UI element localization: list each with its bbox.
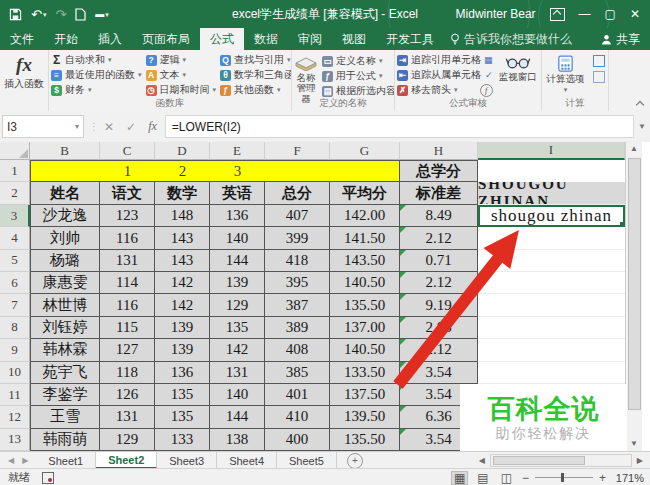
button-financial[interactable]: $财务▾	[51, 83, 142, 97]
vertical-scrollbar[interactable]: ▲ ▼	[625, 142, 642, 451]
vertical-scroll-thumb[interactable]	[628, 158, 641, 410]
column-header-C[interactable]: C	[100, 142, 155, 160]
cell-B3-name[interactable]: 沙龙逸	[30, 205, 100, 227]
cell-H6-stdev[interactable]: 2.12	[400, 272, 478, 294]
cell-B6-name[interactable]: 康惠雯	[30, 272, 100, 294]
cell-C13-chinese[interactable]: 129	[100, 429, 155, 451]
column-header-H[interactable]: H	[400, 142, 478, 160]
row-header-13[interactable]: 13	[0, 429, 30, 451]
minimize-button[interactable]: —	[579, 8, 591, 20]
banner-cell[interactable]	[30, 160, 100, 182]
zoom-slider[interactable]	[535, 477, 593, 478]
cell-G5-average[interactable]: 143.50	[330, 250, 400, 272]
cell-H10-stdev[interactable]: 3.54	[400, 362, 478, 384]
cell-I2[interactable]: SHOUGOU ZHINAN	[478, 182, 625, 205]
share-button[interactable]: 共享	[601, 28, 650, 50]
save-icon[interactable]	[9, 8, 22, 21]
row-header-5[interactable]: 5	[0, 250, 30, 272]
cell-D12-math[interactable]: 135	[155, 406, 210, 428]
cell-I1[interactable]	[478, 160, 625, 182]
sheet-tab-sheet3[interactable]: Sheet3	[157, 452, 217, 469]
calculation-options-button[interactable]: 计算选项 ▾	[544, 53, 588, 96]
ribbon-tab-data[interactable]: 数据	[244, 28, 288, 50]
cell-B8-name[interactable]: 刘钰婷	[30, 317, 100, 339]
cell-C12-chinese[interactable]: 131	[100, 406, 155, 428]
button-more-functions[interactable]: ƒ其他函数▾	[220, 83, 292, 97]
cell-G11-average[interactable]: 137.50	[330, 384, 400, 406]
watch-window-button[interactable]: 监视窗口	[495, 53, 541, 84]
row-header-9[interactable]: 9	[0, 339, 30, 361]
select-all-corner[interactable]	[0, 142, 30, 160]
cell-C10-chinese[interactable]: 118	[100, 362, 155, 384]
button-lookup-reference[interactable]: Q查找与引用▾	[220, 53, 292, 67]
cell-I10[interactable]	[478, 362, 625, 384]
active-cell-I3[interactable]: shougou zhinan	[478, 205, 625, 227]
row-header-7[interactable]: 7	[0, 294, 30, 316]
row-header-4[interactable]: 4	[0, 227, 30, 249]
close-button[interactable]: ✕	[630, 8, 640, 20]
ribbon-tab-view[interactable]: 视图	[332, 28, 376, 50]
cell-D4-math[interactable]: 143	[155, 227, 210, 249]
sheet-nav-right-icon[interactable]: ▶	[22, 456, 28, 465]
ribbon-tab-review[interactable]: 审阅	[288, 28, 332, 50]
cell-G8-average[interactable]: 137.00	[330, 317, 400, 339]
ribbon-display-options-icon[interactable]	[550, 8, 565, 21]
ribbon-tab-home[interactable]: 开始	[44, 28, 88, 50]
scroll-down-icon[interactable]: ▼	[626, 437, 642, 451]
cell-C4-chinese[interactable]: 116	[100, 227, 155, 249]
scroll-right-icon[interactable]: ▶	[634, 456, 646, 465]
header-cell-total[interactable]: 总分	[265, 182, 330, 205]
calculate-now-icon[interactable]	[593, 55, 605, 67]
cell-B12-name[interactable]: 王雪	[30, 406, 100, 428]
cell-H2[interactable]: 标准差	[400, 182, 478, 205]
cell-B11-name[interactable]: 李鉴学	[30, 384, 100, 406]
cell-F10-total[interactable]: 385	[265, 362, 330, 384]
cell-B13-name[interactable]: 韩雨萌	[30, 429, 100, 451]
cell-E8-english[interactable]: 135	[210, 317, 265, 339]
normal-view-icon[interactable]: ▦	[452, 472, 467, 484]
cell-I8[interactable]	[478, 317, 625, 339]
customize-qat-icon[interactable]: ▬▾	[95, 10, 109, 19]
cell-C7-chinese[interactable]: 116	[100, 294, 155, 316]
banner-cell[interactable]: 1	[100, 160, 155, 182]
sheet-tab-sheet5[interactable]: Sheet5	[277, 452, 337, 469]
user-name[interactable]: Midwinter Bear	[456, 7, 536, 21]
ribbon-tab-file[interactable]: 文件	[0, 28, 44, 50]
cell-E9-english[interactable]: 142	[210, 339, 265, 361]
tell-me-box[interactable]: 告诉我你想要做什么	[450, 28, 572, 50]
cell-G7-average[interactable]: 135.50	[330, 294, 400, 316]
cell-D5-math[interactable]: 143	[155, 250, 210, 272]
cell-C8-chinese[interactable]: 115	[100, 317, 155, 339]
evaluate-formula-icon[interactable]: f	[480, 84, 493, 97]
cell-E5-english[interactable]: 144	[210, 250, 265, 272]
cell-G3-average[interactable]: 142.00	[330, 205, 400, 227]
record-macro-icon[interactable]	[42, 472, 54, 484]
row-header-10[interactable]: 10	[0, 362, 30, 384]
header-cell-name[interactable]: 姓名	[30, 182, 100, 205]
button-text[interactable]: A文本▾	[146, 68, 217, 82]
cell-G9-average[interactable]: 140.50	[330, 339, 400, 361]
enter-icon[interactable]: ✓	[126, 120, 136, 134]
banner-cell[interactable]	[330, 160, 400, 182]
sheet-tab-sheet4[interactable]: Sheet4	[217, 452, 277, 469]
cell-I7[interactable]	[478, 294, 625, 316]
cell-E6-english[interactable]: 139	[210, 272, 265, 294]
cell-H4-stdev[interactable]: 2.12	[400, 227, 478, 249]
ribbon-tab-formulas[interactable]: 公式	[200, 28, 244, 50]
cell-C11-chinese[interactable]: 126	[100, 384, 155, 406]
cell-D6-math[interactable]: 142	[155, 272, 210, 294]
cell-F3-total[interactable]: 407	[265, 205, 330, 227]
ribbon-tab-insert[interactable]: 插入	[88, 28, 132, 50]
button-remove-arrows[interactable]: ✗移去箭头▾f	[397, 83, 493, 97]
cell-I6[interactable]	[478, 272, 625, 294]
button-math-trig[interactable]: θ数学和三角函数▾	[220, 68, 292, 82]
scroll-left-icon[interactable]: ◀	[476, 456, 488, 465]
zoom-in-icon[interactable]: +	[599, 471, 606, 485]
header-cell-avg[interactable]: 平均分	[330, 182, 400, 205]
ribbon-tab-page-layout[interactable]: 页面布局	[132, 28, 200, 50]
column-header-I[interactable]: I	[478, 142, 625, 160]
horizontal-scroll-thumb[interactable]	[493, 456, 585, 465]
maximize-button[interactable]: ▢	[605, 8, 616, 20]
cell-E7-english[interactable]: 129	[210, 294, 265, 316]
cell-H5-stdev[interactable]: 0.71	[400, 250, 478, 272]
